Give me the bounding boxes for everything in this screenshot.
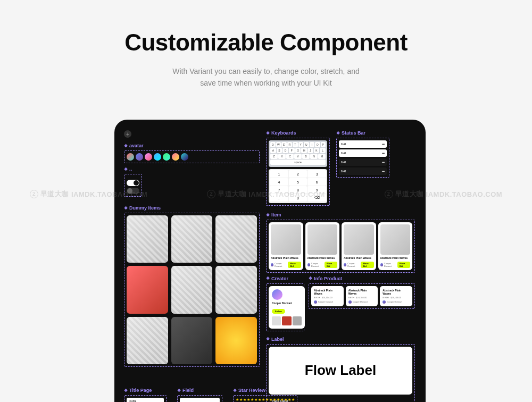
- dummy-item[interactable]: [215, 317, 257, 364]
- creator-thumb[interactable]: [272, 316, 281, 325]
- add-button[interactable]: +: [124, 130, 131, 138]
- creator-frame[interactable]: Cooper Dorwart Follow: [266, 283, 304, 331]
- numpad-key[interactable]: 5: [289, 178, 307, 186]
- dummy-item[interactable]: [215, 266, 257, 313]
- status-bar-dark[interactable]: 9:41•••: [339, 158, 387, 166]
- numpad-key[interactable]: 7: [270, 186, 288, 194]
- star-icon[interactable]: ★: [258, 398, 261, 402]
- avatar[interactable]: [145, 153, 152, 161]
- star-icon[interactable]: ★: [236, 398, 239, 402]
- field-input[interactable]: [180, 398, 220, 402]
- keyboard-key[interactable]: X: [278, 154, 286, 159]
- keyboard-key[interactable]: W: [276, 142, 281, 147]
- toggle-on[interactable]: [127, 180, 139, 186]
- numpad-key[interactable]: 1: [270, 170, 288, 178]
- info-product-card[interactable]: Abstrack Plain Waves 8 ETH $24,104.00 Co…: [380, 286, 412, 306]
- status-bar-light[interactable]: 9:41•••: [339, 140, 387, 148]
- toggle-off[interactable]: [127, 188, 139, 194]
- keyboard-key[interactable]: H: [301, 148, 307, 153]
- star-icon[interactable]: ★: [292, 398, 295, 402]
- keyboards-frame[interactable]: QWERTYUIOP ASDFGHJKL ZXCVBNM space 12345…: [266, 138, 330, 206]
- numpad-key[interactable]: 9: [307, 186, 326, 194]
- status-bar-dark[interactable]: 9:41•••: [339, 168, 387, 175]
- info-product-card[interactable]: Abstrack Plain Waves 8 ETH $24,104.00 Co…: [311, 286, 344, 306]
- qwerty-keyboard[interactable]: QWERTYUIOP ASDFGHJKL ZXCVBNM space: [269, 140, 327, 167]
- place-bid-button[interactable]: Place Bid: [288, 262, 301, 268]
- dummy-item[interactable]: [171, 317, 213, 364]
- keyboard-key[interactable]: R: [287, 142, 293, 147]
- numpad-key[interactable]: .: [270, 194, 288, 202]
- star-icon[interactable]: ★: [269, 398, 272, 402]
- star-icon[interactable]: ★: [273, 398, 276, 402]
- keyboard-key[interactable]: F: [289, 148, 295, 153]
- star-icon[interactable]: ★: [243, 398, 246, 402]
- numpad-key[interactable]: 6: [307, 178, 326, 186]
- numpad-key[interactable]: 0: [289, 194, 307, 202]
- star-icon[interactable]: ★: [288, 398, 291, 402]
- field-frame[interactable]: [177, 395, 222, 402]
- avatar[interactable]: [172, 153, 179, 161]
- item-card[interactable]: Abstrack Plain Waves Cooper Dorwart Plac…: [342, 222, 376, 270]
- avatar[interactable]: [127, 153, 134, 161]
- item-card[interactable]: Abstrack Plain Waves Cooper Dorwart Plac…: [378, 222, 413, 270]
- numpad-key[interactable]: 4: [270, 178, 288, 186]
- numpad-key[interactable]: ⌫: [307, 194, 326, 202]
- keyboard-key[interactable]: V: [294, 154, 302, 159]
- star-icon[interactable]: ★: [251, 398, 254, 402]
- item-card[interactable]: Abstrack Plain Waves Cooper Dorwart Plac…: [269, 222, 303, 270]
- keyboard-key[interactable]: S: [277, 148, 282, 153]
- numpad-keyboard[interactable]: 123456789.0⌫: [269, 169, 327, 203]
- info-product-frame[interactable]: Abstrack Plain Waves 8 ETH $24,104.00 Co…: [309, 283, 415, 309]
- creator-thumb[interactable]: [293, 316, 302, 325]
- keyboard-key[interactable]: A: [270, 148, 276, 153]
- dummy-item[interactable]: [127, 266, 168, 313]
- star-icon[interactable]: ★: [247, 398, 250, 402]
- keyboard-key[interactable]: G: [295, 148, 301, 153]
- keyboard-key[interactable]: C: [286, 154, 294, 159]
- numpad-key[interactable]: 8: [289, 186, 307, 194]
- star-icon[interactable]: ★: [239, 398, 243, 402]
- keyboard-key[interactable]: Q: [270, 142, 276, 147]
- toggle-frame[interactable]: [124, 174, 142, 197]
- keyboard-key[interactable]: B: [302, 154, 310, 159]
- star-icon[interactable]: ★: [254, 398, 257, 402]
- keyboard-key[interactable]: M: [318, 154, 326, 159]
- star-icon[interactable]: ★: [284, 398, 287, 402]
- avatar[interactable]: [154, 153, 161, 161]
- status-bar-light[interactable]: 9:41•••: [339, 149, 387, 157]
- status-bar-frame[interactable]: 9:41••• 9:41••• 9:41••• 9:41•••: [336, 138, 389, 178]
- item-frame[interactable]: Abstrack Plain Waves Cooper Dorwart Plac…: [266, 220, 415, 273]
- keyboard-key[interactable]: E: [281, 142, 287, 147]
- star-icon[interactable]: ★: [280, 398, 284, 402]
- dummy-item[interactable]: [127, 215, 168, 263]
- dummy-frame[interactable]: [124, 213, 260, 367]
- item-card[interactable]: Abstrack Plain Waves Cooper Dorwart Plac…: [305, 222, 340, 270]
- keyboard-key[interactable]: I: [310, 142, 315, 147]
- keyboard-key[interactable]: N: [310, 154, 318, 159]
- title-page-frame[interactable]: Profile Profile: [124, 395, 167, 402]
- keyboard-key[interactable]: Y: [298, 142, 304, 147]
- dummy-item[interactable]: [127, 317, 168, 364]
- keyboard-key[interactable]: O: [315, 142, 320, 147]
- place-bid-button[interactable]: Place Bid: [325, 262, 337, 268]
- keyboard-key[interactable]: J: [307, 148, 313, 153]
- keyboard-key[interactable]: L: [320, 148, 326, 153]
- place-bid-button[interactable]: Place Bid: [397, 262, 410, 268]
- numpad-key[interactable]: 3: [307, 170, 326, 178]
- avatar[interactable]: [181, 153, 188, 161]
- dummy-item[interactable]: [171, 215, 213, 263]
- star-icon[interactable]: ★: [262, 398, 265, 402]
- numpad-key[interactable]: 2: [289, 170, 307, 178]
- creator-thumb[interactable]: [282, 316, 291, 325]
- dummy-item[interactable]: [215, 215, 257, 263]
- avatar[interactable]: [163, 153, 170, 161]
- star-icon[interactable]: ★: [265, 398, 269, 402]
- star-icon[interactable]: ★: [277, 398, 280, 402]
- avatar-frame[interactable]: [124, 150, 260, 163]
- place-bid-button[interactable]: Place Bid: [361, 262, 373, 268]
- keyboard-key[interactable]: T: [293, 142, 298, 147]
- title-page-item[interactable]: Profile: [127, 398, 164, 402]
- keyboard-key[interactable]: D: [282, 148, 288, 153]
- keyboard-key[interactable]: Z: [270, 154, 278, 159]
- keyboard-key[interactable]: P: [321, 142, 326, 147]
